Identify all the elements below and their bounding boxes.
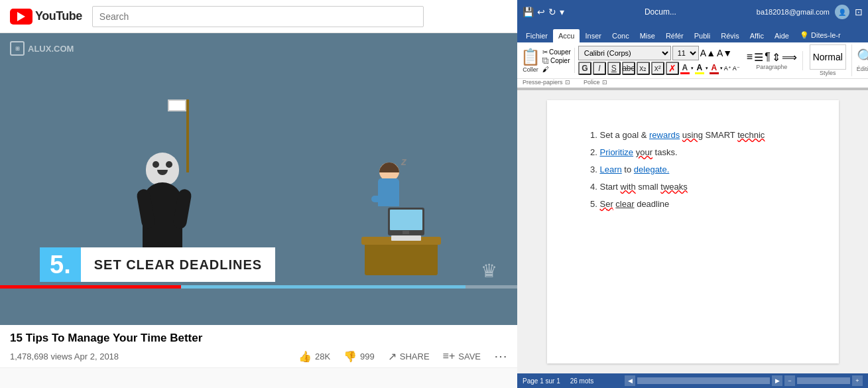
- upload-date: Apr 2, 2018: [74, 352, 119, 361]
- text-color-dropdown[interactable]: ▾: [691, 66, 694, 71]
- paragraph-icon[interactable]: ¶: [765, 51, 771, 63]
- horizontal-scrollbar[interactable]: [637, 377, 770, 384]
- align-center-icon[interactable]: ☰: [754, 51, 763, 64]
- font-selector-row: Calibri (Corps) 11 A▲ A▼: [578, 46, 740, 60]
- font-color-button[interactable]: A: [710, 63, 719, 74]
- police-label-row: Police ⊡: [577, 79, 614, 86]
- tab-fichier[interactable]: Fichier: [521, 29, 553, 42]
- more-button[interactable]: ⋯: [494, 348, 507, 364]
- font-color-icon: A: [711, 63, 717, 72]
- highlight-button[interactable]: A: [695, 63, 704, 74]
- video-stats: 1,478,698 views Apr 2, 2018: [10, 352, 119, 361]
- indent-icon[interactable]: ⟹: [782, 51, 797, 64]
- superscript-button[interactable]: x²: [651, 62, 664, 75]
- delegate-link[interactable]: delegate.: [634, 164, 670, 174]
- page-indicator: Page 1 sur 1: [523, 377, 560, 385]
- save-icon[interactable]: 💾: [523, 7, 534, 17]
- share-button[interactable]: ↗ SHARE: [388, 350, 430, 363]
- search-input[interactable]: [92, 6, 424, 27]
- paste-button[interactable]: 📋 Coller: [521, 48, 540, 73]
- save-label: SAVE: [458, 352, 481, 361]
- tab-aide[interactable]: Aide: [769, 29, 794, 42]
- underline-button[interactable]: S: [607, 62, 621, 75]
- styles-label: Styles: [820, 70, 836, 76]
- zoom-slider[interactable]: [797, 377, 850, 384]
- line-spacing-icon[interactable]: ⇕: [772, 51, 780, 64]
- customize-icon[interactable]: ▾: [560, 7, 564, 17]
- font-size-decrease2[interactable]: A⁻: [733, 65, 740, 72]
- format-painter-button[interactable]: 🖌: [542, 66, 571, 73]
- highlight-bar: [695, 72, 704, 74]
- font-size-increase2[interactable]: A⁺: [724, 65, 731, 72]
- clipboard-small-buttons: ✂ Couper ⿻ Copier 🖌: [542, 48, 571, 73]
- strikethrough-button[interactable]: abc: [622, 62, 635, 75]
- cut-button[interactable]: ✂ Couper: [542, 48, 571, 56]
- font-family-select[interactable]: Calibri (Corps): [578, 46, 671, 60]
- zoom-out-button[interactable]: −: [784, 375, 795, 386]
- word-status-bar: Page 1 sur 1 26 mots ◀ ▶ − +: [517, 373, 868, 388]
- video-progress-bar[interactable]: [0, 285, 517, 289]
- styles-normal-text: Normal: [813, 52, 843, 62]
- like-button[interactable]: 👍 28K: [298, 350, 330, 363]
- highlight-dropdown[interactable]: ▾: [706, 66, 708, 71]
- restore-icon[interactable]: ⊡: [855, 7, 863, 17]
- tab-revision[interactable]: Révis: [715, 29, 745, 42]
- copy-button[interactable]: ⿻ Copier: [542, 57, 571, 64]
- your-word: your: [636, 147, 652, 157]
- text-color-button[interactable]: A: [680, 63, 690, 74]
- title-card: 5. SET CLEAR DEADLINES: [40, 247, 275, 282]
- lightbulb-icon: 💡: [800, 31, 809, 39]
- using-word: using: [682, 130, 703, 140]
- tab-mise-en-page[interactable]: Mise: [635, 29, 660, 42]
- tab-insertion[interactable]: Inser: [580, 29, 606, 42]
- police-expander[interactable]: ⊡: [602, 79, 607, 86]
- clipboard-expander[interactable]: ⊡: [565, 79, 570, 86]
- font-color-dropdown[interactable]: ▾: [720, 66, 723, 71]
- tab-publipostage[interactable]: Publi: [689, 29, 715, 42]
- save-icon: ≡+: [443, 350, 456, 362]
- ribbon-labels-row: Presse-papiers ⊡ Police ⊡: [517, 79, 868, 89]
- tab-affichage[interactable]: Affic: [745, 29, 769, 42]
- list-item: Start with small tweaks: [600, 178, 799, 196]
- youtube-panel: YouTube ⊞ ALUX.COM: [0, 0, 517, 388]
- font-size-select[interactable]: 11: [672, 46, 699, 60]
- decrease-font-icon[interactable]: A▼: [717, 48, 732, 58]
- align-left-icon[interactable]: ≡: [747, 51, 753, 63]
- desk-scene: z: [365, 242, 438, 275]
- scroll-controls: ◀ ▶ − +: [625, 375, 863, 386]
- title-number: 5.: [40, 247, 81, 282]
- tab-dites-le[interactable]: 💡 Dites-le-r: [794, 29, 846, 42]
- save-button[interactable]: ≡+ SAVE: [443, 350, 481, 362]
- copy-icon: ⿻: [542, 57, 549, 64]
- prioritize-link[interactable]: Prioritize: [600, 147, 634, 157]
- search-icon[interactable]: 🔍: [857, 48, 868, 66]
- technic-word: technic: [737, 130, 765, 140]
- styles-group: Normal Styles: [804, 44, 852, 76]
- document-area[interactable]: Set a goal & rewards using SMART technic…: [517, 90, 868, 373]
- video-title[interactable]: 15 Tips To Manage Your Time Better: [10, 332, 507, 345]
- document-page[interactable]: Set a goal & rewards using SMART technic…: [547, 100, 839, 363]
- youtube-logo[interactable]: YouTube: [10, 9, 82, 25]
- redo-icon[interactable]: ↻: [548, 7, 556, 17]
- zoom-in-button[interactable]: +: [852, 375, 863, 386]
- increase-font-icon[interactable]: A▲: [700, 48, 715, 58]
- dislike-button[interactable]: 👎 999: [343, 350, 375, 363]
- learn-link[interactable]: Learn: [600, 164, 622, 174]
- styles-preview: Normal: [810, 44, 846, 70]
- bold-button[interactable]: G: [578, 62, 591, 75]
- italic-button[interactable]: I: [593, 62, 606, 75]
- styles-preview-button[interactable]: Normal Styles: [810, 44, 846, 76]
- undo-icon[interactable]: ↩: [537, 7, 545, 17]
- document-list: Set a goal & rewards using SMART technic…: [600, 127, 799, 213]
- tab-references[interactable]: Référ: [660, 29, 689, 42]
- clipboard-group: 📋 Coller ✂ Couper ⿻ Copier 🖌: [521, 48, 575, 73]
- flag: [168, 99, 186, 111]
- rewards-link[interactable]: rewards: [649, 130, 680, 140]
- tab-accueil[interactable]: Accu: [553, 29, 580, 42]
- scroll-left-button[interactable]: ◀: [625, 375, 635, 386]
- clear-format-button[interactable]: ✗: [666, 62, 679, 75]
- video-player[interactable]: ⊞ ALUX.COM: [0, 33, 517, 325]
- subscript-button[interactable]: x₂: [637, 62, 650, 75]
- tab-conception[interactable]: Conc: [607, 29, 635, 42]
- scroll-right-button[interactable]: ▶: [772, 375, 782, 386]
